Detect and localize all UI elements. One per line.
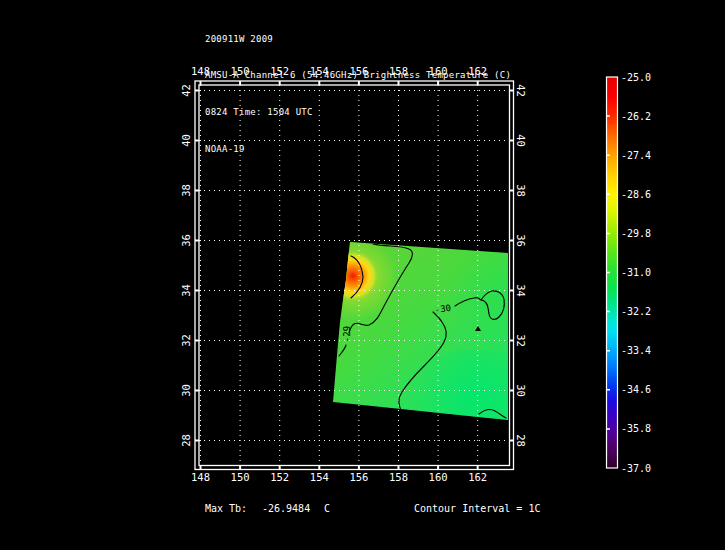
lat-label: 38 — [180, 184, 192, 197]
lon-label: 148 — [191, 471, 210, 483]
lat-label: 34 — [180, 284, 192, 297]
max-tb-unit: C — [324, 503, 330, 514]
lon-label: 162 — [468, 65, 487, 77]
lon-label: 152 — [270, 65, 289, 77]
lon-label: 158 — [389, 65, 408, 77]
lat-axis-left: 42 40 38 36 34 32 30 28 — [180, 84, 192, 447]
lat-label: 32 — [180, 334, 192, 347]
plot-canvas: -29 -30 148 150 152 154 156 158 160 162 … — [0, 0, 725, 550]
colorbar: -25.0 -26.2 -27.4 -28.6 -29.8 -31.0 -32.… — [607, 72, 652, 474]
lon-label: 162 — [468, 471, 487, 483]
lon-label: 158 — [389, 471, 408, 483]
lat-label: 34 — [515, 284, 527, 297]
max-tb-value: -26.9484 — [262, 503, 310, 514]
colorbar-label: -37.0 — [621, 463, 651, 474]
colorbar-label: -33.4 — [621, 345, 651, 356]
colorbar-labels: -25.0 -26.2 -27.4 -28.6 -29.8 -31.0 -32.… — [621, 72, 651, 474]
lon-label: 148 — [191, 65, 210, 77]
lon-label: 160 — [429, 65, 448, 77]
contour-interval-text: Contour Interval = 1C — [414, 503, 540, 514]
lon-label: 154 — [310, 65, 329, 77]
lat-label: 32 — [515, 334, 527, 347]
lat-label: 28 — [515, 434, 527, 447]
lat-label: 40 — [515, 134, 527, 147]
lat-label: 42 — [515, 84, 527, 97]
colorbar-label: -34.6 — [621, 384, 651, 395]
lon-label: 156 — [349, 471, 368, 483]
lat-label: 42 — [180, 84, 192, 97]
colorbar-label: -29.8 — [621, 228, 651, 239]
colorbar-label: -35.8 — [621, 423, 651, 434]
colorbar-label: -32.2 — [621, 306, 651, 317]
contour-label-29: -29 — [342, 326, 352, 342]
colorbar-label: -25.0 — [621, 72, 651, 83]
lat-label: 38 — [515, 184, 527, 197]
hotspot — [327, 250, 379, 302]
max-tb-label: Max Tb: — [205, 503, 247, 514]
lon-label: 150 — [231, 65, 250, 77]
lat-label: 36 — [180, 234, 192, 247]
lat-label: 28 — [180, 434, 192, 447]
lon-axis-top: 148 150 152 154 156 158 160 162 — [191, 65, 487, 77]
lat-label: 36 — [515, 234, 527, 247]
colorbar-label: -26.2 — [621, 111, 651, 122]
plot-screen: 200911W 2009 AMSU-A Channel 6 (54.46GHz)… — [0, 0, 725, 550]
lon-label: 152 — [270, 471, 289, 483]
lat-label: 30 — [515, 384, 527, 397]
lon-label: 160 — [429, 471, 448, 483]
lat-axis-right: 42 40 38 36 34 32 30 28 — [515, 84, 527, 447]
lon-label: 156 — [349, 65, 368, 77]
lat-label: 40 — [180, 134, 192, 147]
colorbar-label: -27.4 — [621, 150, 651, 161]
lon-axis-bottom: 148 150 152 154 156 158 160 162 — [191, 471, 487, 483]
colorbar-label: -31.0 — [621, 267, 651, 278]
colorbar-label: -28.6 — [621, 189, 651, 200]
lat-label: 30 — [180, 384, 192, 397]
lon-label: 154 — [310, 471, 329, 483]
lon-label: 150 — [231, 471, 250, 483]
